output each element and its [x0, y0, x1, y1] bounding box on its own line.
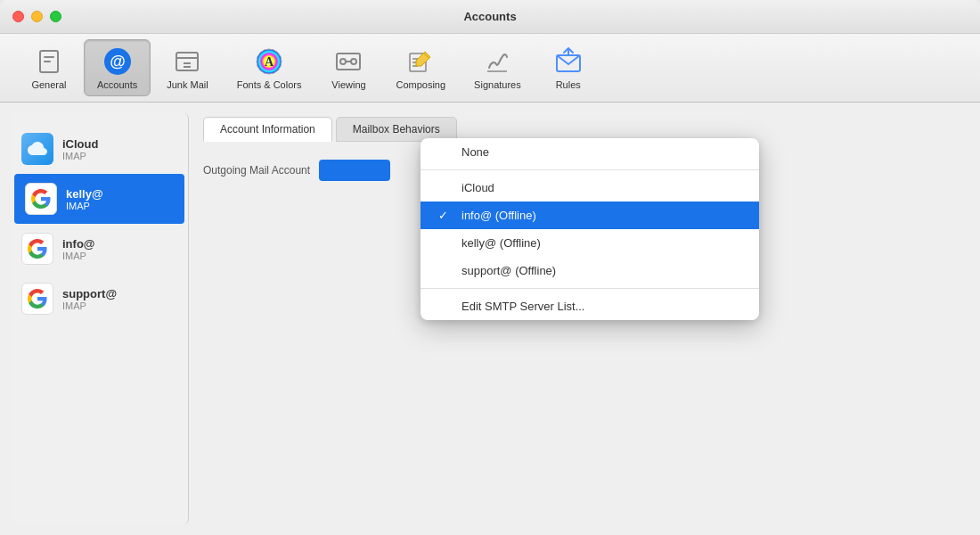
dropdown-item-icloud[interactable]: iCloud	[421, 174, 759, 202]
sidebar: iCloud IMAP kelly@ IMAP	[11, 113, 189, 524]
account-avatar-kelly	[25, 183, 57, 215]
account-info-kelly: kelly@ IMAP	[66, 187, 103, 211]
account-name-info: info@	[62, 237, 95, 251]
outgoing-mail-label: Outgoing Mail Account	[203, 164, 310, 177]
svg-text:@: @	[110, 53, 126, 70]
minimize-button[interactable]	[31, 11, 43, 22]
dropdown-label-support-offline: support@ (Offline)	[461, 264, 556, 277]
toolbar-item-rules[interactable]: Rules	[537, 40, 600, 95]
dropdown-item-support-offline[interactable]: support@ (Offline)	[421, 257, 759, 284]
dropdown-separator-1	[421, 169, 759, 170]
viewing-icon	[332, 45, 364, 78]
dropdown-item-info-offline[interactable]: ✓ info@ (Offline)	[421, 202, 759, 229]
account-avatar-info	[21, 233, 53, 265]
maximize-button[interactable]	[50, 11, 61, 22]
general-icon	[33, 45, 65, 78]
account-item-icloud[interactable]: iCloud IMAP	[11, 124, 188, 174]
toolbar-label-fonts-colors: Fonts & Colors	[237, 79, 302, 90]
dropdown-label-edit-smtp: Edit SMTP Server List...	[461, 300, 584, 313]
toolbar-item-viewing[interactable]: Viewing	[317, 40, 380, 95]
dropdown-label-info-offline: info@ (Offline)	[461, 209, 536, 222]
dropdown-label-kelly-offline: kelly@ (Offline)	[461, 236, 541, 250]
accounts-icon: @	[102, 45, 134, 78]
dropdown-separator-2	[421, 288, 759, 289]
account-avatar-icloud	[21, 133, 53, 165]
account-avatar-support	[21, 283, 53, 315]
toolbar-item-junk-mail[interactable]: Junk Mail	[154, 40, 220, 95]
composing-icon	[404, 45, 437, 78]
toolbar-label-viewing: Viewing	[331, 79, 365, 90]
svg-point-14	[340, 59, 346, 64]
window-title: Accounts	[463, 10, 516, 23]
toolbar-item-composing[interactable]: Composing	[383, 40, 458, 95]
account-type-kelly: IMAP	[66, 201, 103, 211]
rules-icon	[552, 45, 584, 78]
fonts-colors-icon: A	[253, 45, 285, 78]
toolbar-item-general[interactable]: General	[18, 40, 80, 95]
toolbar-item-fonts-colors[interactable]: A Fonts & Colors	[225, 40, 314, 95]
svg-rect-2	[44, 61, 51, 62]
account-type-info: IMAP	[62, 251, 95, 261]
dropdown-item-none[interactable]: None	[421, 138, 759, 166]
account-item-info[interactable]: info@ IMAP	[11, 224, 188, 274]
account-name-kelly: kelly@	[66, 187, 103, 201]
dropdown-menu[interactable]: None iCloud ✓ info@ (Offline) kelly@ (Of…	[421, 138, 759, 320]
toolbar-label-rules: Rules	[556, 79, 581, 90]
outgoing-account-select[interactable]	[319, 160, 390, 181]
junk-mail-icon	[171, 45, 203, 78]
tab-account-information[interactable]: Account Information	[203, 117, 332, 142]
right-panel: Account Information Mailbox Behaviors Ou…	[189, 103, 980, 535]
account-info-icloud: iCloud IMAP	[62, 137, 98, 161]
account-info-support: support@ IMAP	[62, 287, 117, 311]
dropdown-item-edit-smtp[interactable]: Edit SMTP Server List...	[421, 292, 759, 320]
toolbar-label-junk-mail: Junk Mail	[167, 79, 208, 90]
toolbar-item-accounts[interactable]: @ Accounts	[84, 39, 151, 96]
dropdown-label-none: None	[461, 145, 489, 159]
dropdown-label-icloud: iCloud	[461, 181, 494, 194]
account-type-support: IMAP	[62, 300, 117, 311]
account-type-icloud: IMAP	[62, 151, 98, 161]
account-name-support: support@	[62, 287, 117, 300]
toolbar-label-composing: Composing	[396, 79, 445, 90]
toolbar: General @ Accounts Junk Mail	[0, 34, 980, 103]
svg-text:A: A	[265, 55, 274, 69]
title-bar: Accounts	[0, 0, 980, 34]
toolbar-label-signatures: Signatures	[474, 79, 521, 90]
dropdown-item-kelly-offline[interactable]: kelly@ (Offline)	[421, 229, 759, 257]
svg-point-15	[351, 59, 356, 64]
checkmark-info-offline: ✓	[438, 209, 453, 222]
account-item-support[interactable]: support@ IMAP	[11, 274, 188, 324]
signatures-icon	[481, 45, 513, 78]
account-item-kelly[interactable]: kelly@ IMAP	[14, 174, 184, 224]
toolbar-item-signatures[interactable]: Signatures	[461, 40, 534, 95]
window-controls[interactable]	[12, 11, 61, 22]
main-content: iCloud IMAP kelly@ IMAP	[0, 103, 980, 535]
svg-rect-1	[44, 56, 54, 58]
account-info-info: info@ IMAP	[62, 237, 95, 261]
toolbar-label-general: General	[31, 79, 66, 90]
close-button[interactable]	[12, 11, 24, 22]
toolbar-label-accounts: Accounts	[97, 79, 137, 90]
account-name-icloud: iCloud	[62, 137, 98, 151]
